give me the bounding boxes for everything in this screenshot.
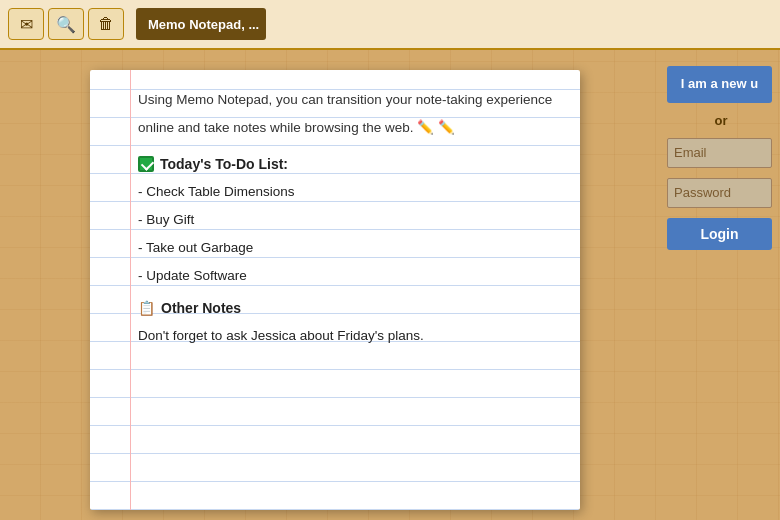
clipboard-icon: 📋 <box>138 294 155 322</box>
right-panel: I am a new u or Login <box>670 50 780 520</box>
other-notes-text: Don't forget to ask Jessica about Friday… <box>138 322 556 350</box>
email-button[interactable]: ✉ <box>8 8 44 40</box>
todo-item-4: - Update Software <box>138 262 556 290</box>
other-notes-section: 📋 Other Notes Don't forget to ask Jessic… <box>138 294 556 350</box>
todo-item-3: - Take out Garbage <box>138 234 556 262</box>
other-notes-title: 📋 Other Notes <box>138 294 556 322</box>
other-notes-title-text: Other Notes <box>161 294 241 322</box>
login-button[interactable]: Login <box>667 218 772 250</box>
todo-item-2: - Buy Gift <box>138 206 556 234</box>
main-area: Using Memo Notepad, you can transition y… <box>0 50 780 520</box>
email-icon: ✉ <box>20 15 33 34</box>
notepad-intro: Using Memo Notepad, you can transition y… <box>138 86 556 142</box>
intro-text: Using Memo Notepad, you can transition y… <box>138 92 552 135</box>
toolbar: ✉ 🔍 🗑 Memo Notepad, ... <box>0 0 780 50</box>
new-user-button[interactable]: I am a new u <box>667 66 772 103</box>
todo-section: Today's To-Do List: - Check Table Dimens… <box>138 150 556 290</box>
notepad: Using Memo Notepad, you can transition y… <box>90 70 580 510</box>
search-button[interactable]: 🔍 <box>48 8 84 40</box>
pencil-icons: ✏️ ✏️ <box>417 120 455 135</box>
sidebar-label: Memo Notepad, ... <box>136 8 266 40</box>
search-icon: 🔍 <box>56 15 76 34</box>
or-divider: or <box>715 113 728 128</box>
notepad-content: Using Memo Notepad, you can transition y… <box>138 86 556 350</box>
todo-item-1: - Check Table Dimensions <box>138 178 556 206</box>
email-field[interactable] <box>667 138 772 168</box>
todo-items: - Check Table Dimensions - Buy Gift - Ta… <box>138 178 556 290</box>
trash-icon: 🗑 <box>98 15 114 33</box>
password-field[interactable] <box>667 178 772 208</box>
todo-title-text: Today's To-Do List: <box>160 150 288 178</box>
checkbox-icon[interactable] <box>138 156 154 172</box>
notepad-wrapper: Using Memo Notepad, you can transition y… <box>0 50 670 520</box>
todo-title: Today's To-Do List: <box>138 150 556 178</box>
trash-button[interactable]: 🗑 <box>88 8 124 40</box>
